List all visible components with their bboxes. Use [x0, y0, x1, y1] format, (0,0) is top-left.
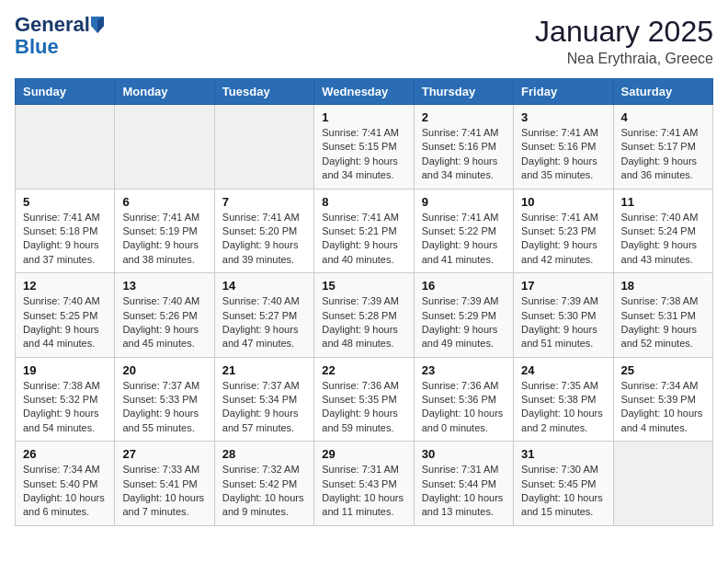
- day-number: 16: [422, 279, 506, 293]
- day-number: 12: [23, 279, 107, 293]
- calendar-cell: 24 Sunrise: 7:35 AM Sunset: 5:38 PM Dayl…: [514, 357, 613, 442]
- calendar-cell: 6 Sunrise: 7:41 AM Sunset: 5:19 PM Dayli…: [115, 189, 214, 273]
- calendar-cell: 22 Sunrise: 7:36 AM Sunset: 5:35 PM Dayl…: [314, 357, 414, 442]
- day-number: 3: [521, 110, 605, 124]
- calendar-cell: 1 Sunrise: 7:41 AM Sunset: 5:15 PM Dayli…: [314, 105, 414, 190]
- month-title: January 2025: [535, 15, 713, 49]
- day-info: Sunrise: 7:40 AM Sunset: 5:25 PM Dayligh…: [23, 294, 107, 351]
- day-info: Sunrise: 7:40 AM Sunset: 5:24 PM Dayligh…: [621, 211, 705, 268]
- day-number: 19: [23, 363, 107, 377]
- day-info: Sunrise: 7:36 AM Sunset: 5:35 PM Dayligh…: [322, 379, 405, 436]
- day-info: Sunrise: 7:41 AM Sunset: 5:16 PM Dayligh…: [422, 126, 506, 183]
- calendar-cell: [115, 105, 214, 190]
- calendar-week-2: 5 Sunrise: 7:41 AM Sunset: 5:18 PM Dayli…: [16, 189, 713, 273]
- day-number: 14: [222, 279, 306, 293]
- calendar-cell: 11 Sunrise: 7:40 AM Sunset: 5:24 PM Dayl…: [613, 189, 712, 273]
- day-info: Sunrise: 7:41 AM Sunset: 5:18 PM Dayligh…: [23, 211, 107, 268]
- day-info: Sunrise: 7:36 AM Sunset: 5:36 PM Dayligh…: [422, 379, 506, 436]
- logo: General Blue: [15, 15, 104, 59]
- day-info: Sunrise: 7:37 AM Sunset: 5:34 PM Dayligh…: [222, 379, 306, 436]
- logo-icon: [91, 17, 104, 33]
- column-header-sunday: Sunday: [16, 79, 115, 105]
- column-header-monday: Monday: [115, 79, 214, 105]
- day-number: 28: [222, 447, 306, 461]
- calendar-cell: 8 Sunrise: 7:41 AM Sunset: 5:21 PM Dayli…: [314, 189, 414, 273]
- calendar-cell: 12 Sunrise: 7:40 AM Sunset: 5:25 PM Dayl…: [16, 273, 115, 358]
- calendar-cell: 16 Sunrise: 7:39 AM Sunset: 5:29 PM Dayl…: [414, 273, 513, 358]
- calendar-cell: 26 Sunrise: 7:34 AM Sunset: 5:40 PM Dayl…: [16, 442, 115, 526]
- calendar-week-1: 1 Sunrise: 7:41 AM Sunset: 5:15 PM Dayli…: [16, 105, 713, 190]
- calendar-week-4: 19 Sunrise: 7:38 AM Sunset: 5:32 PM Dayl…: [16, 357, 713, 442]
- calendar-cell: 29 Sunrise: 7:31 AM Sunset: 5:43 PM Dayl…: [314, 442, 414, 526]
- day-info: Sunrise: 7:33 AM Sunset: 5:41 PM Dayligh…: [122, 463, 206, 520]
- calendar-cell: 10 Sunrise: 7:41 AM Sunset: 5:23 PM Dayl…: [514, 189, 613, 273]
- calendar-cell: 23 Sunrise: 7:36 AM Sunset: 5:36 PM Dayl…: [414, 357, 513, 442]
- calendar-cell: [16, 105, 115, 190]
- day-number: 15: [322, 279, 405, 293]
- calendar-week-5: 26 Sunrise: 7:34 AM Sunset: 5:40 PM Dayl…: [16, 442, 713, 526]
- calendar-cell: 3 Sunrise: 7:41 AM Sunset: 5:16 PM Dayli…: [514, 105, 613, 190]
- day-number: 27: [122, 447, 206, 461]
- day-info: Sunrise: 7:34 AM Sunset: 5:39 PM Dayligh…: [621, 379, 705, 436]
- day-number: 6: [122, 195, 206, 209]
- day-info: Sunrise: 7:41 AM Sunset: 5:19 PM Dayligh…: [122, 211, 206, 268]
- calendar-cell: 5 Sunrise: 7:41 AM Sunset: 5:18 PM Dayli…: [16, 189, 115, 273]
- calendar-cell: 21 Sunrise: 7:37 AM Sunset: 5:34 PM Dayl…: [214, 357, 313, 442]
- calendar-cell: 18 Sunrise: 7:38 AM Sunset: 5:31 PM Dayl…: [613, 273, 712, 358]
- day-info: Sunrise: 7:35 AM Sunset: 5:38 PM Dayligh…: [521, 379, 605, 436]
- column-header-wednesday: Wednesday: [314, 79, 414, 105]
- calendar-cell: 15 Sunrise: 7:39 AM Sunset: 5:28 PM Dayl…: [314, 273, 414, 358]
- day-number: 26: [23, 447, 107, 461]
- day-info: Sunrise: 7:41 AM Sunset: 5:16 PM Dayligh…: [521, 126, 605, 183]
- calendar-cell: 25 Sunrise: 7:34 AM Sunset: 5:39 PM Dayl…: [613, 357, 712, 442]
- day-info: Sunrise: 7:32 AM Sunset: 5:42 PM Dayligh…: [222, 463, 306, 520]
- calendar: SundayMondayTuesdayWednesdayThursdayFrid…: [15, 78, 713, 526]
- day-info: Sunrise: 7:34 AM Sunset: 5:40 PM Dayligh…: [23, 463, 107, 520]
- calendar-cell: 9 Sunrise: 7:41 AM Sunset: 5:22 PM Dayli…: [414, 189, 513, 273]
- day-number: 30: [422, 447, 506, 461]
- page-header: General Blue January 2025 Nea Erythraia,…: [15, 15, 713, 67]
- day-number: 25: [621, 363, 705, 377]
- day-info: Sunrise: 7:41 AM Sunset: 5:22 PM Dayligh…: [422, 211, 506, 268]
- day-info: Sunrise: 7:41 AM Sunset: 5:23 PM Dayligh…: [521, 211, 605, 268]
- day-info: Sunrise: 7:39 AM Sunset: 5:30 PM Dayligh…: [521, 294, 605, 351]
- day-number: 13: [122, 279, 206, 293]
- day-info: Sunrise: 7:39 AM Sunset: 5:28 PM Dayligh…: [322, 294, 405, 351]
- day-number: 1: [322, 110, 405, 124]
- day-number: 8: [322, 195, 405, 209]
- day-info: Sunrise: 7:31 AM Sunset: 5:43 PM Dayligh…: [322, 463, 405, 520]
- day-info: Sunrise: 7:39 AM Sunset: 5:29 PM Dayligh…: [422, 294, 506, 351]
- calendar-cell: 19 Sunrise: 7:38 AM Sunset: 5:32 PM Dayl…: [16, 357, 115, 442]
- calendar-cell: 2 Sunrise: 7:41 AM Sunset: 5:16 PM Dayli…: [414, 105, 513, 190]
- column-header-saturday: Saturday: [613, 79, 712, 105]
- day-number: 4: [621, 110, 705, 124]
- calendar-cell: 27 Sunrise: 7:33 AM Sunset: 5:41 PM Dayl…: [115, 442, 214, 526]
- calendar-cell: 31 Sunrise: 7:30 AM Sunset: 5:45 PM Dayl…: [514, 442, 613, 526]
- day-info: Sunrise: 7:30 AM Sunset: 5:45 PM Dayligh…: [521, 463, 605, 520]
- day-number: 29: [322, 447, 405, 461]
- calendar-cell: 17 Sunrise: 7:39 AM Sunset: 5:30 PM Dayl…: [514, 273, 613, 358]
- calendar-week-3: 12 Sunrise: 7:40 AM Sunset: 5:25 PM Dayl…: [16, 273, 713, 358]
- day-number: 18: [621, 279, 705, 293]
- day-info: Sunrise: 7:31 AM Sunset: 5:44 PM Dayligh…: [422, 463, 506, 520]
- day-info: Sunrise: 7:40 AM Sunset: 5:26 PM Dayligh…: [122, 294, 206, 351]
- logo-blue-text: Blue: [15, 35, 59, 58]
- calendar-cell: 30 Sunrise: 7:31 AM Sunset: 5:44 PM Dayl…: [414, 442, 513, 526]
- day-number: 10: [521, 195, 605, 209]
- day-number: 11: [621, 195, 705, 209]
- calendar-cell: [613, 442, 712, 526]
- calendar-cell: 4 Sunrise: 7:41 AM Sunset: 5:17 PM Dayli…: [613, 105, 712, 190]
- calendar-cell: 13 Sunrise: 7:40 AM Sunset: 5:26 PM Dayl…: [115, 273, 214, 358]
- day-number: 5: [23, 195, 107, 209]
- day-info: Sunrise: 7:38 AM Sunset: 5:32 PM Dayligh…: [23, 379, 107, 436]
- day-number: 2: [422, 110, 506, 124]
- day-info: Sunrise: 7:41 AM Sunset: 5:21 PM Dayligh…: [322, 211, 405, 268]
- day-number: 31: [521, 447, 605, 461]
- column-header-tuesday: Tuesday: [214, 79, 313, 105]
- day-number: 20: [122, 363, 206, 377]
- calendar-cell: 14 Sunrise: 7:40 AM Sunset: 5:27 PM Dayl…: [214, 273, 313, 358]
- day-info: Sunrise: 7:38 AM Sunset: 5:31 PM Dayligh…: [621, 294, 705, 351]
- day-info: Sunrise: 7:41 AM Sunset: 5:15 PM Dayligh…: [322, 126, 405, 183]
- calendar-cell: 20 Sunrise: 7:37 AM Sunset: 5:33 PM Dayl…: [115, 357, 214, 442]
- day-info: Sunrise: 7:40 AM Sunset: 5:27 PM Dayligh…: [222, 294, 306, 351]
